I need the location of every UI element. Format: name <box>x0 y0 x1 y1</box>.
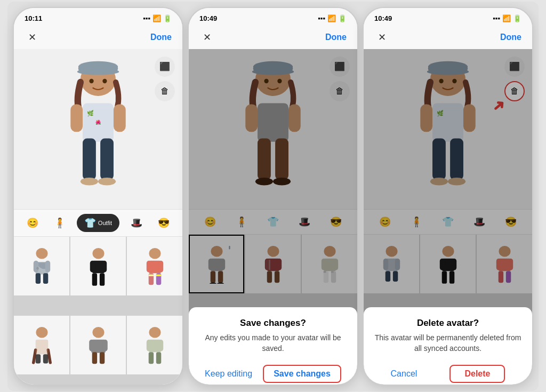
outfit-cell-2[interactable] <box>70 237 126 295</box>
outfit-cell-4[interactable] <box>14 316 69 374</box>
close-button-1[interactable]: ✕ <box>25 30 39 45</box>
trash-icon-1: 🗑 <box>160 86 169 96</box>
content-3: 🌿 ⬛ 🗑 ➜ <box>364 49 532 386</box>
svg-rect-31 <box>158 261 163 273</box>
svg-rect-27 <box>99 273 104 286</box>
delete-button[interactable]: Delete <box>449 365 505 383</box>
tab-acc-1[interactable]: 😎 <box>154 215 174 231</box>
svg-point-4 <box>89 78 93 83</box>
done-button-1[interactable]: Done <box>150 33 172 42</box>
svg-rect-49 <box>158 340 163 351</box>
svg-rect-24 <box>90 261 94 273</box>
outfit-cell-6[interactable] <box>127 316 182 374</box>
modal-desc-2: Any edits you made to your avatar will b… <box>199 333 347 354</box>
nav-bar-3: ✕ Done <box>364 26 532 49</box>
svg-text:🌺: 🌺 <box>95 119 101 125</box>
acc-tab-icon-1: 😎 <box>158 217 170 229</box>
svg-rect-19 <box>35 273 40 284</box>
modal-title-3: Delete avatar? <box>374 318 521 329</box>
wifi-icon-3: 📶 <box>502 14 511 22</box>
outfit-cell-3[interactable] <box>127 237 182 295</box>
svg-rect-42 <box>89 340 94 351</box>
svg-rect-34 <box>148 275 153 276</box>
modal-desc-3: This avatar will be permanently deleted … <box>374 333 521 354</box>
wifi-icon-2: 📶 <box>327 14 336 22</box>
outfit-tab-icon-1: 👕 <box>84 217 96 229</box>
svg-rect-51 <box>156 352 160 364</box>
svg-point-13 <box>81 178 98 185</box>
action-icons-1: ⬛ 🗑 <box>155 57 175 101</box>
cancel-button[interactable]: Cancel <box>391 369 417 379</box>
status-icons-1: ▪▪▪ 📶 🔋 <box>143 14 172 22</box>
save-changes-modal: Save changes? Any edits you made to your… <box>189 307 357 385</box>
svg-rect-35 <box>156 275 160 276</box>
tab-outfit-1[interactable]: 👕 Outfit <box>77 214 119 232</box>
modal-actions-3: Cancel Delete <box>374 365 521 383</box>
tab-hat-1[interactable]: 🎩 <box>126 215 147 231</box>
battery-icon-3: 🔋 <box>513 14 521 22</box>
signal-icon: ▪▪▪ <box>143 14 150 22</box>
done-button-3[interactable]: Done <box>500 33 521 42</box>
save-icon-button-1[interactable]: ⬛ <box>155 57 175 77</box>
svg-rect-25 <box>101 261 106 273</box>
svg-point-46 <box>149 327 160 338</box>
svg-rect-18 <box>45 261 50 273</box>
svg-rect-26 <box>92 273 97 286</box>
status-icons-3: ▪▪▪ 📶 🔋 <box>493 14 521 22</box>
svg-point-14 <box>98 178 116 185</box>
svg-point-3 <box>77 68 119 75</box>
save-changes-button[interactable]: Save changes <box>263 365 341 383</box>
svg-rect-37 <box>35 340 48 355</box>
status-bar-2: 10:49 ▪▪▪ 📶 🔋 <box>189 8 357 26</box>
svg-rect-11 <box>83 138 96 180</box>
svg-point-5 <box>102 78 107 83</box>
save-icon-1: ⬛ <box>159 61 170 71</box>
svg-rect-43 <box>102 340 107 351</box>
phone-3: 10:49 ▪▪▪ 📶 🔋 ✕ Done <box>363 7 533 386</box>
svg-point-40 <box>92 327 104 338</box>
signal-icon-2: ▪▪▪ <box>318 14 325 22</box>
nav-bar-2: ✕ Done <box>189 26 357 49</box>
outfit-cell-1[interactable]: ✿ <box>14 237 69 295</box>
svg-rect-12 <box>100 138 114 180</box>
nav-bar-1: ✕ Done <box>14 26 182 49</box>
modal-overlay-3: Delete avatar? This avatar will be perma… <box>364 49 532 386</box>
svg-rect-38 <box>35 354 40 363</box>
svg-point-28 <box>149 248 160 259</box>
svg-rect-39 <box>43 354 47 363</box>
tab-body-1[interactable]: 🧍 <box>50 215 70 231</box>
phone-1: 10:11 ▪▪▪ 📶 🔋 ✕ Done <box>13 7 183 386</box>
svg-rect-45 <box>99 352 104 364</box>
close-button-2[interactable]: ✕ <box>199 30 214 45</box>
outfit-tab-label-1: Outfit <box>98 220 112 226</box>
content-1: 🌿 🌺 ⬛ 🗑 <box>14 49 182 386</box>
time-3: 10:49 <box>374 14 392 22</box>
avatar-display-1: 🌿 🌺 ⬛ 🗑 <box>14 49 182 209</box>
battery-icon-2: 🔋 <box>338 14 347 22</box>
status-bar-1: 10:11 ▪▪▪ 📶 🔋 <box>14 8 182 26</box>
signal-icon-3: ▪▪▪ <box>493 14 500 22</box>
svg-point-36 <box>36 327 47 338</box>
svg-rect-48 <box>146 340 151 351</box>
wifi-icon: 📶 <box>152 14 161 22</box>
screens-container: 10:11 ▪▪▪ 📶 🔋 ✕ Done <box>7 2 539 391</box>
svg-rect-20 <box>43 273 47 284</box>
tab-face-1[interactable]: 😊 <box>22 215 43 231</box>
svg-rect-9 <box>70 104 83 132</box>
outfit-cell-5[interactable] <box>70 316 126 374</box>
content-2: ⬛ 🗑 😊 🧍 👕 🎩 <box>189 49 357 386</box>
close-button-3[interactable]: ✕ <box>374 30 389 45</box>
tab-bar-1: 😊 🧍 👕 Outfit 🎩 😎 <box>14 209 182 237</box>
hat-tab-icon-1: 🎩 <box>131 217 142 229</box>
modal-actions-2: Keep editing Save changes <box>199 365 347 383</box>
done-button-2[interactable]: Done <box>325 33 347 42</box>
keep-editing-button[interactable]: Keep editing <box>205 369 252 379</box>
delete-avatar-modal: Delete avatar? This avatar will be perma… <box>364 307 532 385</box>
status-bar-3: 10:49 ▪▪▪ 📶 🔋 <box>364 8 532 26</box>
battery-icon: 🔋 <box>163 14 172 22</box>
svg-rect-44 <box>92 352 97 364</box>
delete-icon-button-1[interactable]: 🗑 <box>155 81 175 101</box>
svg-text:✿: ✿ <box>36 267 39 270</box>
outfit-grid-1: ✿ <box>14 237 182 386</box>
time-2: 10:49 <box>199 14 217 22</box>
